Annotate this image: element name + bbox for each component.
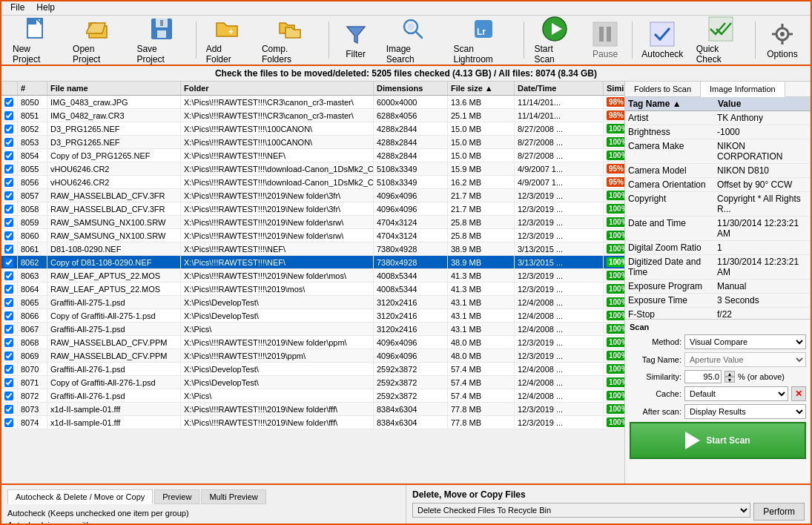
spin-down[interactable]: ▼ bbox=[724, 377, 735, 383]
cache-clear-button[interactable]: ✕ bbox=[791, 386, 806, 401]
col-size[interactable]: File size ▲ bbox=[448, 82, 515, 95]
row-check[interactable] bbox=[1, 202, 18, 215]
similarity-input[interactable] bbox=[684, 370, 722, 383]
new-project-button[interactable]: New Project bbox=[7, 12, 65, 68]
col-num[interactable]: # bbox=[18, 82, 47, 95]
col-dim[interactable]: Dimensions bbox=[374, 82, 448, 95]
autocheck-toolbar-button[interactable]: Autocheck bbox=[637, 17, 688, 63]
comp-folders-button[interactable]: Comp. Folders bbox=[257, 12, 324, 68]
col-folder[interactable]: Folder bbox=[181, 82, 374, 95]
delete-action-select[interactable]: Delete Checked Files To Recycle Bin bbox=[412, 503, 750, 518]
save-project-button[interactable]: Save Project bbox=[131, 12, 191, 68]
row-check[interactable] bbox=[1, 162, 18, 175]
table-row[interactable]: 8058 RAW_HASSELBLAD_CFV.3FR X:\Pics\!!!R… bbox=[1, 202, 624, 216]
row-check[interactable] bbox=[1, 389, 18, 402]
row-check[interactable] bbox=[1, 242, 18, 255]
row-check[interactable] bbox=[1, 109, 18, 122]
status-top: Check the files to be moved/deleted: 520… bbox=[1, 66, 811, 82]
row-check[interactable] bbox=[1, 96, 18, 108]
table-row[interactable]: 8060 RAW_SAMSUNG_NX100.SRW X:\Pics\!!!RA… bbox=[1, 229, 624, 242]
row-check[interactable] bbox=[1, 376, 18, 389]
table-row[interactable]: 8069 RAW_HASSELBLAD_CFV.PPM X:\Pics\!!!R… bbox=[1, 349, 624, 363]
col-date[interactable]: Date/Time bbox=[515, 82, 604, 95]
row-check[interactable] bbox=[1, 283, 18, 295]
row-size: 43.1 MB bbox=[448, 309, 515, 322]
table-row[interactable]: 8051 IMG_0482_raw.CR3 X:\Pics\!!!RAWTEST… bbox=[1, 109, 624, 122]
row-name: RAW_SAMSUNG_NX100.SRW bbox=[47, 216, 181, 228]
row-check[interactable] bbox=[1, 189, 18, 202]
table-row[interactable]: 8056 vHOU6246.CR2 X:\Pics\!!!RAWTEST!!!\… bbox=[1, 176, 624, 189]
pause-button[interactable]: Pause bbox=[583, 17, 627, 63]
add-folder-button[interactable]: + Add Folder bbox=[201, 12, 254, 68]
options-button[interactable]: Options bbox=[760, 17, 805, 63]
sim-badge: 100% bbox=[607, 377, 624, 387]
row-num: 8069 bbox=[18, 349, 47, 362]
tab-autocheck[interactable]: Autocheck & Delete / Move or Copy bbox=[7, 489, 153, 504]
row-check[interactable] bbox=[1, 176, 18, 188]
image-search-button[interactable]: Image Search bbox=[381, 12, 446, 68]
row-check[interactable] bbox=[1, 149, 18, 162]
info-row: Exposure Program Manual bbox=[625, 280, 811, 294]
filter-button[interactable]: Filter bbox=[334, 17, 378, 63]
tagname-select[interactable]: Aperture Value bbox=[684, 352, 806, 367]
row-check[interactable] bbox=[1, 229, 18, 242]
tag-value: 11/30/2014 12:23:21 AM bbox=[714, 255, 811, 280]
row-check[interactable] bbox=[1, 216, 18, 228]
tab-folders-to-scan[interactable]: Folders to Scan bbox=[625, 82, 701, 96]
table-row[interactable]: 8071 Copy of Graffiti-All-276-1.psd X:\P… bbox=[1, 376, 624, 389]
row-check[interactable] bbox=[1, 309, 18, 322]
row-check[interactable] bbox=[1, 136, 18, 148]
table-row[interactable]: 8064 RAW_LEAF_APTUS_22.MOS X:\Pics\!!!RA… bbox=[1, 283, 624, 296]
table-row[interactable]: 8059 RAW_SAMSUNG_NX100.SRW X:\Pics\!!!RA… bbox=[1, 216, 624, 229]
table-row[interactable]: 8067 Graffiti-All-275-1.psd X:\Pics\ 312… bbox=[1, 323, 624, 336]
row-check[interactable] bbox=[1, 336, 18, 349]
table-row[interactable]: 8073 x1d-II-sample-01.fff X:\Pics\!!!RAW… bbox=[1, 403, 624, 416]
table-row[interactable]: 8050 IMG_0483_craw.JPG X:\Pics\!!!RAWTES… bbox=[1, 96, 624, 109]
row-folder: X:\Pics\!!!RAWTEST!!!\2019\New folder\sr… bbox=[181, 229, 374, 242]
row-check[interactable] bbox=[1, 416, 18, 429]
table-row[interactable]: 8070 Graffiti-All-276-1.psd X:\Pics\Deve… bbox=[1, 363, 624, 376]
spin-up[interactable]: ▲ bbox=[724, 371, 735, 377]
tab-multi-preview[interactable]: Multi Preview bbox=[201, 489, 265, 504]
table-row[interactable]: 8068 RAW_HASSELBLAD_CFV.PPM X:\Pics\!!!R… bbox=[1, 336, 624, 349]
cache-select[interactable]: Default bbox=[684, 386, 788, 401]
row-check[interactable] bbox=[1, 122, 18, 135]
col-sim[interactable]: Similarity bbox=[604, 82, 625, 95]
row-size: 38.9 MB bbox=[448, 256, 515, 268]
similarity-spinner[interactable]: ▲ ▼ bbox=[724, 371, 735, 383]
method-select[interactable]: Visual Compare bbox=[684, 334, 806, 349]
scan-lightroom-button[interactable]: Lr Scan Lightroom bbox=[448, 12, 519, 68]
table-row[interactable]: 8052 D3_PRG1265.NEF X:\Pics\!!!RAWTEST!!… bbox=[1, 122, 624, 136]
perform-button[interactable]: Perform bbox=[753, 503, 805, 521]
start-scan-button[interactable]: Start Scan bbox=[630, 422, 806, 459]
tab-preview[interactable]: Preview bbox=[154, 489, 199, 504]
row-check[interactable] bbox=[1, 256, 18, 268]
row-sim: 100% bbox=[604, 296, 624, 308]
tab-image-information[interactable]: Image Information bbox=[701, 82, 785, 97]
table-row[interactable]: 8061 D81-108-0290.NEF X:\Pics\!!!RAWTEST… bbox=[1, 242, 624, 256]
row-name: Graffiti-All-275-1.psd bbox=[47, 296, 181, 308]
cache-label: Cache: bbox=[630, 389, 681, 398]
table-row[interactable]: 8063 RAW_LEAF_APTUS_22.MOS X:\Pics\!!!RA… bbox=[1, 269, 624, 283]
table-row[interactable]: 8066 Copy of Graffiti-All-275-1.psd X:\P… bbox=[1, 309, 624, 323]
table-row[interactable]: 8065 Graffiti-All-275-1.psd X:\Pics\Deve… bbox=[1, 296, 624, 309]
table-row[interactable]: 8074 x1d-II-sample-01.fff X:\Pics\!!!RAW… bbox=[1, 416, 624, 429]
row-check[interactable] bbox=[1, 323, 18, 335]
table-row[interactable]: 8053 D3_PRG1265.NEF X:\Pics\!!!RAWTEST!!… bbox=[1, 136, 624, 149]
row-dim: 4008x5344 bbox=[374, 283, 448, 295]
row-check[interactable] bbox=[1, 349, 18, 362]
quick-check-button[interactable]: Quick Check bbox=[691, 12, 750, 68]
open-project-button[interactable]: Open Project bbox=[67, 12, 128, 68]
row-check[interactable] bbox=[1, 296, 18, 308]
col-name[interactable]: File name bbox=[47, 82, 181, 95]
row-check[interactable] bbox=[1, 403, 18, 415]
table-row[interactable]: 8057 RAW_HASSELBLAD_CFV.3FR X:\Pics\!!!R… bbox=[1, 189, 624, 202]
start-scan-toolbar-button[interactable]: Start Scan bbox=[529, 12, 580, 68]
afterscan-select[interactable]: Display Results bbox=[684, 404, 806, 419]
table-row[interactable]: 8072 Graffiti-All-276-1.psd X:\Pics\ 259… bbox=[1, 389, 624, 403]
row-check[interactable] bbox=[1, 363, 18, 375]
table-row[interactable]: 8055 vHOU6246.CR2 X:\Pics\!!!RAWTEST!!!\… bbox=[1, 162, 624, 176]
row-check[interactable] bbox=[1, 269, 18, 282]
table-row[interactable]: 8054 Copy of D3_PRG1265.NEF X:\Pics\!!!R… bbox=[1, 149, 624, 162]
table-row[interactable]: 8062 Copy of D81-108-0290.NEF X:\Pics\!!… bbox=[1, 256, 624, 269]
